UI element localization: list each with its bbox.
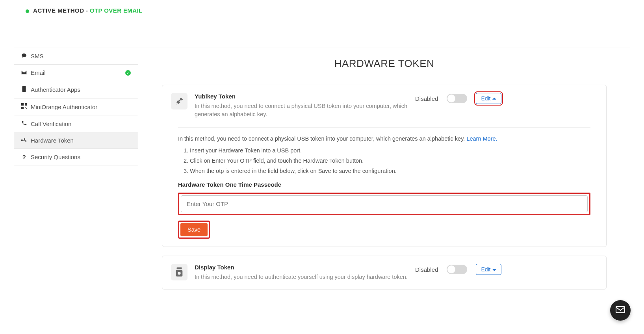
sidebar-item-sms[interactable]: SMS xyxy=(14,48,138,65)
edit-label: Edit xyxy=(481,95,490,102)
yubikey-steps: Insert your Hardware Token into a USB po… xyxy=(190,147,590,174)
yubikey-toggle[interactable] xyxy=(447,94,467,103)
yubikey-detail-para: In this method, you need to connect a ph… xyxy=(178,135,590,142)
usb-icon xyxy=(20,137,28,144)
chevron-up-icon xyxy=(492,95,496,102)
sidebar-item-call-verification[interactable]: Call Verification xyxy=(14,115,138,132)
svg-point-14 xyxy=(178,272,180,275)
step-item: Click on Enter Your OTP field, and touch… xyxy=(190,158,590,164)
svg-point-11 xyxy=(25,141,26,143)
phone-app-icon xyxy=(20,86,28,93)
sidebar-item-email[interactable]: Email ✓ xyxy=(14,65,138,81)
svg-rect-4 xyxy=(25,107,26,108)
status-dot-icon xyxy=(26,9,29,13)
plug-icon xyxy=(171,93,187,109)
display-token-icon xyxy=(171,264,187,280)
display-token-toggle[interactable] xyxy=(447,265,467,274)
svg-rect-5 xyxy=(26,108,27,109)
display-token-edit-button[interactable]: Edit xyxy=(476,264,501,275)
svg-rect-3 xyxy=(21,107,24,109)
envelope-icon xyxy=(20,69,28,76)
mail-icon xyxy=(616,305,625,315)
sidebar-item-label: SMS xyxy=(31,53,44,59)
otp-input[interactable] xyxy=(181,195,588,212)
display-token-title: Display Token xyxy=(195,264,415,271)
svg-rect-7 xyxy=(22,140,26,140)
learn-more-link[interactable]: Learn More. xyxy=(466,135,497,142)
display-token-desc: In this method, you need to authenticate… xyxy=(195,273,415,281)
svg-rect-2 xyxy=(25,103,27,106)
sidebar-item-security-questions[interactable]: ? Security Questions xyxy=(14,149,138,165)
sidebar-item-authenticator-apps[interactable]: Authenticator Apps xyxy=(14,81,138,98)
sidebar-item-label: MiniOrange Authenticator xyxy=(31,104,97,110)
svg-rect-1 xyxy=(21,103,24,106)
save-button[interactable]: Save xyxy=(180,223,208,236)
yubikey-title: Yubikey Token xyxy=(195,93,415,100)
yubikey-edit-button[interactable]: Edit xyxy=(476,93,501,104)
save-button-highlight: Save xyxy=(178,221,210,239)
svg-rect-9 xyxy=(24,138,25,139)
display-token-card: Display Token In this method, you need t… xyxy=(162,256,607,289)
sidebar-item-hardware-token[interactable]: Hardware Token xyxy=(14,132,138,149)
svg-rect-0 xyxy=(22,86,26,92)
chat-fab-button[interactable] xyxy=(610,300,631,321)
divider xyxy=(178,127,590,128)
display-token-status: Disabled xyxy=(415,266,438,273)
svg-rect-15 xyxy=(616,306,625,313)
step-item: When the otp is entered in the field bel… xyxy=(190,168,590,174)
question-icon: ? xyxy=(20,154,28,160)
active-method-prefix: ACTIVE METHOD - xyxy=(33,7,90,14)
chevron-down-icon xyxy=(492,266,496,273)
sidebar-item-label: Hardware Token xyxy=(31,137,74,144)
sidebar-item-label: Security Questions xyxy=(31,154,80,160)
sidebar-item-label: Email xyxy=(31,69,46,76)
active-method-value: OTP OVER EMAIL xyxy=(90,7,143,14)
check-icon: ✓ xyxy=(125,70,131,76)
sidebar-item-label: Authenticator Apps xyxy=(31,86,80,93)
svg-rect-12 xyxy=(177,267,182,269)
sidebar: SMS Email ✓ Authenticator Apps MiniOran xyxy=(14,48,138,306)
sidebar-item-label: Call Verification xyxy=(31,121,71,127)
yubikey-status: Disabled xyxy=(415,95,438,102)
step-item: Insert your Hardware Token into a USB po… xyxy=(190,147,590,154)
qr-icon xyxy=(20,103,28,110)
sms-icon xyxy=(20,53,28,59)
page-title: HARDWARE TOKEN xyxy=(162,58,607,70)
edit-label: Edit xyxy=(481,266,490,273)
otp-field-label: Hardware Token One Time Passcode xyxy=(178,181,590,188)
phone-icon xyxy=(20,120,28,127)
yubikey-desc: In this method, you need to connect a ph… xyxy=(195,102,415,119)
otp-input-highlight xyxy=(178,193,590,215)
yubikey-card: Yubikey Token In this method, you need t… xyxy=(162,85,607,247)
active-method-banner: ACTIVE METHOD - OTP OVER EMAIL xyxy=(26,7,630,14)
sidebar-item-miniorange-authenticator[interactable]: MiniOrange Authenticator xyxy=(14,98,138,115)
